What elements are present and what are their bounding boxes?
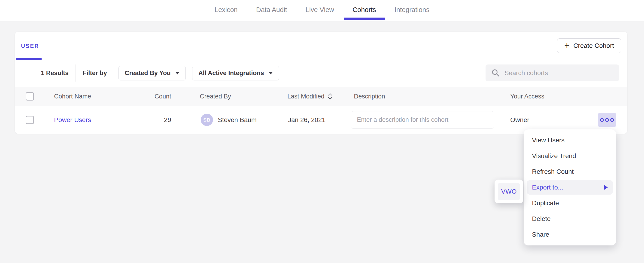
header-last-modified[interactable]: Last Modified <box>287 87 333 106</box>
filter-by-label: Filter by <box>83 70 107 77</box>
vertical-divider <box>76 65 76 82</box>
nav-tabs: Lexicon Data Audit Live View Cohorts Int… <box>0 0 644 22</box>
chevron-down-icon <box>175 72 180 74</box>
tab-user[interactable]: USER <box>21 43 39 49</box>
more-options-icon <box>600 118 604 122</box>
created-by-dropdown[interactable]: Created By You <box>118 66 186 80</box>
created-by-name: Steven Baum <box>218 106 257 134</box>
menu-item-export-to[interactable]: Export to... <box>527 180 613 195</box>
menu-item-refresh-count[interactable]: Refresh Count <box>524 164 616 180</box>
integrations-dropdown-label: All Active Integrations <box>198 70 264 77</box>
plus-icon: + <box>564 41 570 50</box>
cohort-count: 29 <box>126 106 171 134</box>
tab-data-audit[interactable]: Data Audit <box>256 0 287 20</box>
select-all-checkbox[interactable] <box>26 92 34 101</box>
search-input[interactable] <box>504 69 613 77</box>
description-input[interactable] <box>351 111 494 128</box>
export-submenu: VWO <box>494 180 523 203</box>
submenu-arrow-icon <box>604 185 608 190</box>
top-nav-bar: Lexicon Data Audit Live View Cohorts Int… <box>0 0 644 22</box>
results-count: 1 Results <box>41 70 68 77</box>
more-options-icon <box>605 118 609 122</box>
tab-lexicon[interactable]: Lexicon <box>214 0 238 20</box>
menu-item-export-to-label: Export to... <box>532 184 563 191</box>
active-tab-underline <box>344 18 385 20</box>
menu-item-share[interactable]: Share <box>524 227 616 242</box>
last-modified-date: Jan 26, 2021 <box>288 106 326 134</box>
created-by-dropdown-label: Created By You <box>125 70 171 77</box>
table-header: Cohort Name Count Created By Last Modifi… <box>15 87 627 106</box>
export-option-vwo[interactable]: VWO <box>498 183 520 200</box>
header-cohort-name: Cohort Name <box>54 87 91 106</box>
menu-item-delete[interactable]: Delete <box>524 211 616 227</box>
cohort-name-link[interactable]: Power Users <box>54 116 91 124</box>
header-your-access: Your Access <box>510 87 544 106</box>
menu-item-duplicate[interactable]: Duplicate <box>524 195 616 211</box>
sort-icon[interactable] <box>327 92 333 100</box>
integrations-dropdown[interactable]: All Active Integrations <box>192 66 279 80</box>
cohorts-card: USER + Create Cohort 1 Results Filter by… <box>15 32 627 134</box>
avatar: SB <box>201 114 213 126</box>
tab-live-view[interactable]: Live View <box>306 0 334 20</box>
search-box[interactable] <box>486 65 619 81</box>
row-actions-button[interactable] <box>598 113 616 127</box>
header-created-by: Created By <box>200 87 231 106</box>
tab-cohorts[interactable]: Cohorts <box>352 0 376 20</box>
create-cohort-button[interactable]: + Create Cohort <box>557 38 621 53</box>
chevron-down-icon <box>269 72 273 74</box>
card-header: USER + Create Cohort <box>15 32 627 59</box>
cohorts-page: Lexicon Data Audit Live View Cohorts Int… <box>0 0 644 263</box>
menu-item-view-users[interactable]: View Users <box>524 132 616 148</box>
tab-cohorts-label: Cohorts <box>352 6 376 14</box>
filter-row: 1 Results Filter by Created By You All A… <box>15 59 627 87</box>
menu-item-visualize-trend[interactable]: Visualize Trend <box>524 148 616 164</box>
search-icon <box>492 69 500 77</box>
header-description: Description <box>354 87 385 106</box>
header-last-modified-label: Last Modified <box>287 93 324 100</box>
more-options-icon <box>610 118 614 122</box>
create-cohort-label: Create Cohort <box>573 42 614 50</box>
tab-integrations[interactable]: Integrations <box>394 0 430 20</box>
row-checkbox[interactable] <box>26 116 34 124</box>
header-count: Count <box>126 87 171 106</box>
row-actions-menu: View Users Visualize Trend Refresh Count… <box>524 129 616 245</box>
